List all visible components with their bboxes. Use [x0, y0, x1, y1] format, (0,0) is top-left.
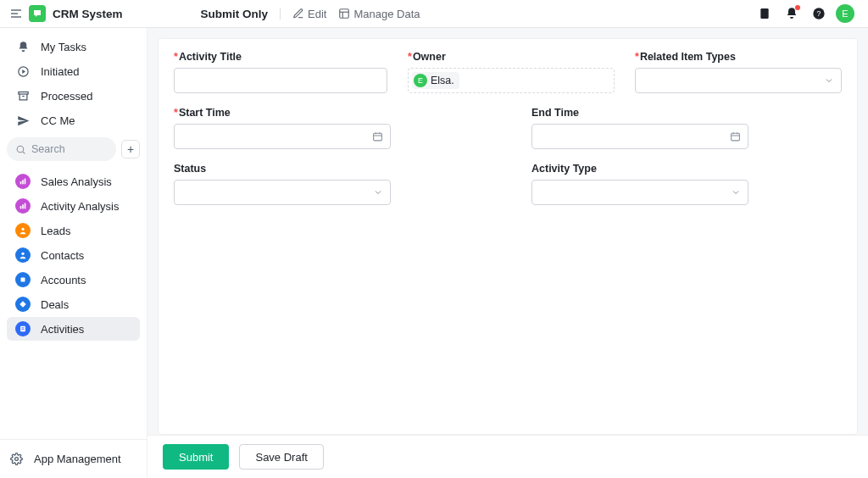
field-start-time: *Start Time [174, 107, 391, 149]
svg-point-22 [21, 253, 24, 255]
svg-point-27 [14, 457, 18, 460]
activity-type-select[interactable] [531, 180, 748, 205]
chevron-down-icon [731, 187, 741, 197]
field-status: Status [174, 163, 391, 205]
label-text: Start Time [179, 107, 231, 119]
contacts-icon [15, 247, 31, 263]
user-avatar[interactable]: E [836, 4, 854, 23]
field-related-item-types: *Related Item Types [635, 51, 842, 93]
main-content: *Activity Title *Owner E Elsa. *Related … [147, 28, 868, 478]
svg-rect-23 [21, 278, 25, 282]
accounts-icon [15, 272, 31, 287]
chart-icon [15, 174, 31, 189]
field-activity-type: Activity Type [531, 163, 748, 205]
app-title: CRM System [53, 8, 123, 20]
sidebar-item-contacts[interactable]: Contacts [7, 243, 140, 267]
sidebar-item-initiated[interactable]: Initiated [7, 59, 140, 83]
page-title: Submit Only [201, 8, 269, 20]
archive-icon [15, 88, 31, 103]
svg-rect-32 [732, 133, 740, 141]
separator [280, 8, 281, 19]
activity-title-input[interactable] [174, 68, 387, 93]
form-panel: *Activity Title *Owner E Elsa. *Related … [158, 38, 858, 435]
label-text: Status [174, 163, 206, 175]
add-button[interactable]: + [121, 140, 140, 158]
field-activity-title: *Activity Title [174, 51, 387, 93]
sidebar-item-cc-me[interactable]: CC Me [7, 108, 140, 132]
leads-icon [15, 223, 31, 238]
gear-icon [8, 451, 24, 466]
sidebar-item-label: Processed [41, 90, 92, 103]
sidebar-item-label: Contacts [41, 249, 84, 262]
manage-data-button[interactable]: Manage Data [338, 8, 420, 20]
sidebar-item-label: My Tasks [41, 41, 86, 53]
owner-chip: E Elsa. [412, 72, 459, 89]
chevron-down-icon [373, 187, 383, 197]
deals-icon [15, 297, 31, 312]
menu-toggle-icon[interactable] [7, 4, 25, 23]
svg-point-13 [17, 146, 24, 153]
svg-rect-3 [340, 9, 349, 19]
draft-label: Save Draft [255, 451, 307, 464]
save-draft-button[interactable]: Save Draft [239, 444, 323, 470]
sidebar-item-accounts[interactable]: Accounts [7, 268, 140, 292]
related-item-types-select[interactable] [635, 68, 842, 93]
sidebar-item-label: Initiated [41, 65, 80, 78]
svg-point-21 [21, 228, 24, 231]
search-placeholder: Search [31, 143, 65, 155]
sidebar-item-label: Sales Analysis [41, 175, 112, 188]
svg-rect-28 [374, 133, 382, 141]
svg-rect-17 [25, 179, 26, 185]
app-management-label: App Management [34, 453, 121, 465]
edit-label: Edit [308, 8, 326, 20]
docs-icon[interactable] [753, 2, 776, 25]
notification-badge [795, 5, 800, 10]
calendar-icon [730, 131, 741, 142]
help-icon[interactable]: ? [807, 2, 831, 25]
sidebar-item-activities[interactable]: Activities [7, 317, 140, 341]
label-text: Owner [413, 51, 446, 63]
svg-rect-19 [22, 204, 24, 208]
sidebar-item-label: Leads [41, 225, 70, 237]
notifications-icon[interactable] [780, 2, 804, 25]
manage-data-label: Manage Data [353, 8, 420, 20]
owner-name: Elsa. [431, 75, 454, 86]
svg-rect-20 [25, 203, 26, 209]
owner-input[interactable]: E Elsa. [408, 68, 615, 93]
form-footer: Submit Save Draft [147, 435, 868, 478]
owner-avatar: E [414, 74, 427, 87]
svg-rect-6 [760, 8, 768, 19]
sidebar-item-deals[interactable]: Deals [7, 292, 140, 316]
sidebar-item-label: CC Me [41, 114, 75, 127]
sidebar-item-label: Activity Analysis [41, 200, 119, 213]
label-text: Related Item Types [640, 51, 736, 63]
label-text: Activity Type [531, 163, 597, 175]
start-time-input[interactable] [174, 124, 391, 149]
field-end-time: End Time [531, 107, 748, 149]
svg-rect-11 [18, 92, 27, 94]
activities-icon [15, 321, 31, 336]
sidebar-item-sales-analysis[interactable]: Sales Analysis [7, 170, 140, 193]
app-management-link[interactable]: App Management [0, 447, 147, 470]
svg-line-14 [23, 152, 25, 153]
sidebar-item-label: Deals [41, 298, 69, 311]
sidebar-item-leads[interactable]: Leads [7, 219, 140, 242]
label-text: Activity Title [179, 51, 242, 63]
sidebar-item-my-tasks[interactable]: My Tasks [7, 35, 140, 58]
calendar-icon [372, 131, 383, 142]
sidebar-item-label: Accounts [41, 274, 86, 286]
app-logo [29, 5, 46, 22]
chevron-down-icon [824, 75, 834, 86]
search-input[interactable]: Search [7, 137, 116, 161]
svg-rect-16 [22, 180, 24, 184]
edit-button[interactable]: Edit [292, 8, 326, 20]
label-text: End Time [531, 107, 579, 119]
sidebar-item-processed[interactable]: Processed [7, 84, 140, 108]
submit-button[interactable]: Submit [163, 444, 229, 470]
sidebar: My Tasks Initiated Processed CC Me Searc… [0, 28, 147, 478]
status-select[interactable] [174, 180, 391, 205]
sidebar-item-activity-analysis[interactable]: Activity Analysis [7, 194, 140, 218]
chart-icon [15, 198, 31, 214]
svg-rect-18 [20, 206, 22, 208]
end-time-input[interactable] [531, 124, 748, 149]
